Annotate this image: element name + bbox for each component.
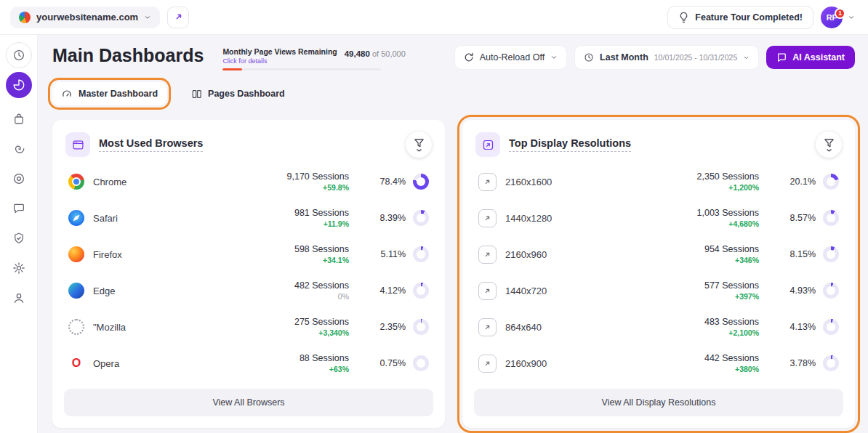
resolution-row[interactable]: 2160x900 442 Sessions +380% 3.78% — [474, 345, 843, 381]
sidebar-item-communication[interactable] — [6, 195, 32, 222]
share-percent: 4.93% — [778, 286, 816, 296]
sidebar-item-competition[interactable] — [6, 166, 32, 192]
filter-button[interactable] — [816, 131, 842, 158]
resolution-name: 2160x960 — [505, 249, 547, 260]
shopping-bag-icon — [12, 113, 25, 126]
sessions-count: 483 Sessions — [704, 317, 759, 327]
change-percent: 0% — [294, 292, 349, 301]
sessions-count: 598 Sessions — [294, 244, 349, 254]
share-donut — [823, 246, 839, 262]
external-link-icon — [173, 12, 183, 23]
ai-assistant-label: AI Assistant — [792, 52, 845, 62]
pie-chart-icon — [12, 78, 25, 92]
share-donut — [413, 210, 429, 226]
resolution-row[interactable]: 1440x720 577 Sessions +397% 4.93% — [474, 272, 843, 309]
tab-label: Pages Dashboard — [208, 89, 285, 99]
resolution-icon — [478, 209, 497, 227]
browser-row[interactable]: Edge 482 Sessions 0% 4.12% — [64, 272, 433, 309]
browser-name: Edge — [93, 286, 115, 296]
resolution-name: 1440x1280 — [505, 213, 552, 224]
change-percent: +59.8% — [287, 183, 349, 192]
user-icon — [12, 291, 25, 304]
share-donut — [823, 355, 839, 371]
browser-row[interactable]: "Mozilla 275 Sessions +3,340% 2.35% — [64, 309, 433, 345]
notification-badge: 1 — [835, 8, 845, 19]
sidebar-item-history[interactable] — [6, 42, 32, 68]
sidebar-item-ecommerce[interactable] — [6, 106, 32, 132]
resolution-row[interactable]: 2160x960 954 Sessions +346% 8.15% — [474, 236, 843, 272]
chat-bubble-icon — [12, 202, 25, 215]
chevron-down-icon — [743, 54, 750, 61]
chevron-down-icon — [550, 54, 558, 61]
period-range: 10/01/2025 - 10/31/2025 — [654, 53, 737, 62]
opera-icon — [68, 355, 84, 371]
edge-icon — [68, 283, 84, 299]
sidebar-item-account[interactable] — [6, 285, 32, 311]
clock-icon — [12, 49, 25, 62]
sessions-count: 577 Sessions — [704, 280, 759, 291]
share-donut — [823, 210, 839, 226]
sessions-count: 88 Sessions — [300, 353, 349, 363]
sidebar-item-behavior[interactable] — [6, 136, 32, 162]
lightbulb-icon — [678, 12, 689, 23]
chat-icon — [776, 52, 787, 62]
share-donut — [413, 283, 429, 299]
resolution-icon — [478, 282, 497, 300]
change-percent: +11.9% — [294, 219, 349, 228]
click-for-details-link[interactable]: Click for details — [222, 57, 337, 65]
open-site-button[interactable] — [167, 7, 189, 28]
browser-row[interactable]: Chrome 9,170 Sessions +59.8% 78.4% — [64, 163, 433, 200]
dashboard-cards: Most Used Browsers Chrome 9,170 Sessions… — [52, 120, 855, 428]
columns-icon — [191, 89, 202, 100]
filter-icon — [414, 138, 425, 152]
spiral-icon — [12, 142, 25, 155]
date-range-picker[interactable]: Last Month 10/01/2025 - 10/31/2025 — [574, 45, 759, 70]
view-all-resolutions-button[interactable]: View All Display Resolutions — [474, 389, 843, 416]
sidebar-item-dashboard[interactable] — [6, 72, 32, 98]
share-percent: 4.12% — [368, 286, 406, 296]
topbar: yourwebsitename.com Feature Tour Complet… — [0, 0, 868, 35]
dashboard-tabs: Master Dashboard Pages Dashboard — [52, 82, 855, 105]
tab-master-dashboard[interactable]: Master Dashboard — [52, 82, 166, 105]
card-title: Most Used Browsers — [99, 137, 203, 152]
main-content: Main Dashboards Monthly Page Views Remai… — [38, 35, 868, 433]
resolution-name: 1440x720 — [505, 286, 547, 296]
account-menu[interactable]: RF 1 — [821, 7, 858, 28]
change-percent: +3,340% — [294, 328, 349, 337]
share-percent: 20.1% — [778, 177, 816, 187]
resolution-icon — [478, 173, 497, 191]
sidebar-item-privacy[interactable] — [6, 225, 32, 251]
page-views-progress-bar — [222, 68, 381, 70]
gear-icon — [12, 262, 25, 275]
browser-row[interactable]: Firefox 598 Sessions +34.1% 5.11% — [64, 236, 433, 272]
ai-assistant-button[interactable]: AI Assistant — [766, 46, 855, 69]
auto-reload-dropdown[interactable]: Auto-Reload Off — [454, 45, 567, 70]
filter-button[interactable] — [406, 131, 432, 158]
browser-name: Chrome — [93, 177, 126, 187]
sessions-count: 482 Sessions — [294, 280, 349, 291]
resolution-row[interactable]: 2160x1600 2,350 Sessions +1,200% 20.1% — [474, 163, 843, 200]
site-selector[interactable]: yourwebsitename.com — [10, 7, 160, 28]
browser-row[interactable]: Opera 88 Sessions +63% 0.75% — [64, 345, 433, 381]
resolution-row[interactable]: 864x640 483 Sessions +2,100% 4.13% — [474, 309, 843, 345]
tab-pages-dashboard[interactable]: Pages Dashboard — [182, 83, 294, 105]
view-all-browsers-button[interactable]: View All Browsers — [64, 389, 433, 416]
share-percent: 8.57% — [778, 213, 816, 223]
share-donut — [413, 246, 429, 262]
clock-icon — [584, 52, 594, 62]
resolution-icon — [478, 355, 497, 373]
change-percent: +346% — [704, 256, 759, 264]
share-percent: 78.4% — [368, 177, 406, 187]
sidebar-item-settings[interactable] — [6, 255, 32, 281]
change-percent: +1,200% — [697, 183, 759, 192]
sessions-count: 1,003 Sessions — [697, 208, 759, 218]
auto-reload-label: Auto-Reload Off — [480, 52, 544, 62]
change-percent: +2,100% — [704, 328, 759, 337]
browser-name: Safari — [93, 213, 118, 224]
firefox-icon — [68, 246, 84, 262]
feature-tour-button[interactable]: Feature Tour Completed! — [667, 6, 813, 29]
shield-check-icon — [12, 232, 25, 245]
browser-row[interactable]: Safari 981 Sessions +11.9% 8.39% — [64, 200, 433, 236]
page-header: Main Dashboards Monthly Page Views Remai… — [52, 45, 855, 70]
resolution-row[interactable]: 1440x1280 1,003 Sessions +4,680% 8.57% — [474, 200, 843, 236]
